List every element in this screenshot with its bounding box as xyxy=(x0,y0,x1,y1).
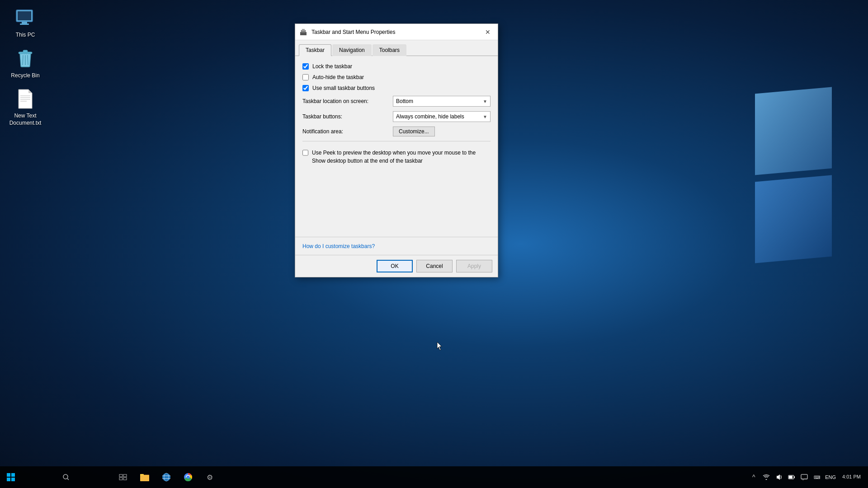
cursor xyxy=(437,342,442,351)
tray-battery-icon[interactable] xyxy=(787,473,796,482)
svg-rect-15 xyxy=(302,29,305,31)
svg-rect-2 xyxy=(22,22,27,23)
svg-rect-25 xyxy=(123,478,127,480)
tab-taskbar[interactable]: Taskbar xyxy=(299,44,331,56)
task-view-button[interactable] xyxy=(112,466,134,488)
dialog-tabs: Taskbar Navigation Toolbars xyxy=(295,40,498,56)
taskbar-location-dropdown[interactable]: Bottom ▼ xyxy=(393,96,491,107)
windows-logo-decoration xyxy=(732,90,832,280)
separator xyxy=(302,141,491,141)
lock-taskbar-row: Lock the taskbar xyxy=(302,63,491,70)
svg-point-34 xyxy=(187,476,190,479)
lock-taskbar-checkbox[interactable] xyxy=(302,63,309,70)
new-text-doc-icon xyxy=(14,88,36,110)
taskbar-search[interactable] xyxy=(22,466,112,488)
recycle-bin-icon xyxy=(14,48,36,70)
taskbar-location-value: Bottom xyxy=(396,98,413,104)
taskbar-location-row: Taskbar location on screen: Bottom ▼ xyxy=(302,96,491,107)
system-tray: ^ xyxy=(749,466,868,488)
customize-taskbars-link[interactable]: How do I customize taskbars? xyxy=(302,243,375,249)
taskbar-apps: ⚙ xyxy=(134,466,749,488)
dialog-title-icon xyxy=(299,28,308,37)
taskbar-buttons-dropdown[interactable]: Always combine, hide labels ▼ xyxy=(393,111,491,122)
peek-label[interactable]: Use Peek to preview the desktop when you… xyxy=(312,149,491,165)
recycle-bin-label: Recycle Bin xyxy=(11,72,39,80)
small-buttons-label[interactable]: Use small taskbar buttons xyxy=(312,85,375,91)
notification-area-row: Notification area: Customize... xyxy=(302,127,491,136)
cancel-button[interactable]: Cancel xyxy=(416,260,453,272)
svg-line-6 xyxy=(23,55,23,65)
lock-taskbar-label[interactable]: Lock the taskbar xyxy=(312,63,352,70)
taskbar-properties-dialog: Taskbar and Start Menu Properties ✕ Task… xyxy=(295,23,498,277)
svg-rect-36 xyxy=(789,476,793,479)
svg-rect-24 xyxy=(119,478,123,480)
small-buttons-checkbox[interactable] xyxy=(302,85,309,91)
tab-toolbars[interactable]: Toolbars xyxy=(373,44,406,56)
autohide-row: Auto-hide the taskbar xyxy=(302,74,491,80)
svg-rect-37 xyxy=(794,476,795,478)
svg-rect-1 xyxy=(18,11,31,20)
dialog-title-text: Taskbar and Start Menu Properties xyxy=(311,29,481,35)
taskbar-location-arrow: ▼ xyxy=(483,99,487,104)
autohide-checkbox[interactable] xyxy=(302,74,309,80)
taskbar-app-ie[interactable] xyxy=(156,466,177,488)
apply-button[interactable]: Apply xyxy=(456,260,492,272)
tray-volume-icon[interactable] xyxy=(774,473,783,482)
taskbar-buttons-row: Taskbar buttons: Always combine, hide la… xyxy=(302,111,491,122)
taskbar-buttons-label: Taskbar buttons: xyxy=(302,113,393,120)
dialog-buttons: OK Cancel Apply xyxy=(295,255,498,277)
start-button[interactable] xyxy=(0,466,22,488)
svg-point-20 xyxy=(63,474,68,479)
desktop-icon-recycle-bin[interactable]: Recycle Bin xyxy=(7,48,43,80)
svg-point-29 xyxy=(164,473,169,481)
tray-chevron[interactable]: ^ xyxy=(749,473,758,482)
taskbar-app-explorer[interactable] xyxy=(134,466,156,488)
new-text-doc-label: New Text Document.txt xyxy=(9,113,42,127)
desktop-icon-new-text[interactable]: New Text Document.txt xyxy=(7,88,43,127)
taskbar-buttons-arrow: ▼ xyxy=(483,114,487,119)
peek-checkbox[interactable] xyxy=(302,150,308,156)
taskbar-buttons-value: Always combine, hide labels xyxy=(396,113,464,120)
small-buttons-row: Use small taskbar buttons xyxy=(302,85,491,91)
autohide-label[interactable]: Auto-hide the taskbar xyxy=(312,74,364,80)
svg-rect-5 xyxy=(23,50,28,52)
taskbar: ⚙ ^ xyxy=(0,466,868,488)
tab-navigation[interactable]: Navigation xyxy=(332,44,372,56)
tray-time: 4:01 PM xyxy=(842,474,861,480)
peek-row: Use Peek to preview the desktop when you… xyxy=(302,149,491,165)
svg-rect-3 xyxy=(20,23,29,25)
dialog-content: Lock the taskbar Auto-hide the taskbar U… xyxy=(295,56,498,237)
tray-keyboard-icon[interactable]: ⌨ xyxy=(812,473,821,482)
tray-wifi-icon[interactable] xyxy=(762,473,771,482)
svg-line-8 xyxy=(28,55,28,65)
svg-rect-38 xyxy=(801,474,807,479)
taskbar-location-label: Taskbar location on screen: xyxy=(302,98,393,104)
taskbar-app-misc[interactable]: ⚙ xyxy=(199,466,221,488)
desktop-icon-this-pc[interactable]: This PC xyxy=(7,7,43,39)
svg-rect-17 xyxy=(11,473,15,477)
dialog-close-button[interactable]: ✕ xyxy=(481,26,494,38)
svg-rect-27 xyxy=(140,474,144,476)
tray-lang[interactable]: ENG xyxy=(825,474,836,480)
svg-rect-16 xyxy=(7,473,10,477)
desktop-icons-area: This PC Recycle Bin xyxy=(0,0,51,143)
dialog-link-area: How do I customize taskbars? xyxy=(295,237,498,255)
tray-clock[interactable]: 4:01 PM xyxy=(840,474,863,480)
this-pc-label: This PC xyxy=(16,32,35,39)
svg-rect-23 xyxy=(123,474,127,477)
this-pc-icon xyxy=(14,7,36,29)
svg-rect-22 xyxy=(119,474,123,477)
notification-area-label: Notification area: xyxy=(302,128,393,135)
taskbar-app-chrome[interactable] xyxy=(177,466,199,488)
svg-rect-19 xyxy=(11,478,15,481)
ok-button[interactable]: OK xyxy=(377,260,413,272)
tray-message-icon[interactable] xyxy=(800,473,809,482)
dialog-titlebar[interactable]: Taskbar and Start Menu Properties ✕ xyxy=(295,24,498,40)
customize-button[interactable]: Customize... xyxy=(393,127,435,136)
desktop: This PC Recycle Bin xyxy=(0,0,868,488)
svg-line-21 xyxy=(67,479,69,480)
svg-rect-18 xyxy=(7,478,10,481)
